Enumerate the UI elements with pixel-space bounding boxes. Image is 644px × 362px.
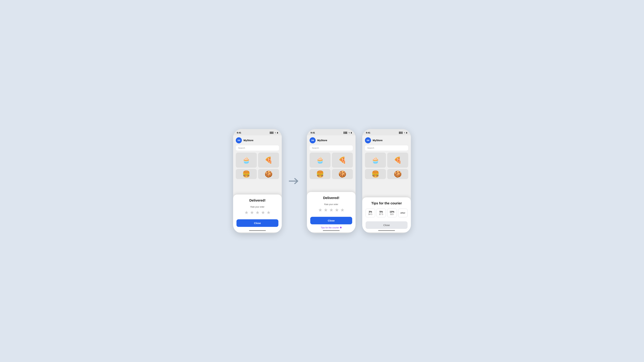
phone-3-notch: 9:41 ▌▌▌ ∿ ▮ bbox=[362, 129, 411, 135]
food-item-2: 🍕 bbox=[258, 152, 279, 168]
phone-3-sheet-title: Tips for the courier bbox=[366, 201, 408, 205]
food-item-2-1: 🧁 bbox=[310, 152, 330, 168]
phone-1-sheet: Delivered! Rate your order ★ ★ ★ ★ ★ Clo… bbox=[233, 194, 282, 232]
phone-2-tip-link[interactable]: Tips for the courier bbox=[310, 226, 352, 229]
phone-2-content: SM MyStore Search 🧁 🍕 🍔 🍪 Delivered! Rat… bbox=[307, 135, 356, 232]
food-item-4: 🍪 bbox=[258, 169, 279, 179]
phone-1-food-grid: 🧁 🍕 🍔 🍪 bbox=[233, 152, 282, 179]
phone-1-notch: 9:41 ▌▌▌ ∿ ▮ bbox=[233, 129, 282, 135]
phone-1: 9:41 ▌▌▌ ∿ ▮ SM MyStore Search 🧁 🍕 🍔 🍪 D… bbox=[233, 129, 282, 233]
phone-2-food-grid: 🧁 🍕 🍔 🍪 bbox=[307, 152, 356, 179]
star-1[interactable]: ★ bbox=[244, 210, 248, 215]
food-item-1: 🧁 bbox=[236, 152, 257, 168]
phone-2-home-indicator bbox=[323, 230, 340, 231]
phone-2-time: 9:41 bbox=[310, 132, 315, 134]
tip-5-amount: $7.5 bbox=[378, 213, 385, 216]
phone-3-logo: SM bbox=[365, 137, 371, 143]
star-5[interactable]: ★ bbox=[266, 210, 271, 215]
phone-1-header: SM MyStore bbox=[233, 135, 282, 145]
phone-2-logo: SM bbox=[310, 137, 316, 143]
phone-1-stars: ★ ★ ★ ★ ★ bbox=[236, 210, 278, 215]
phone-2-rate-label: Rate your order bbox=[310, 203, 352, 206]
phone-3-app-name: MyStore bbox=[373, 139, 382, 142]
food-item-3: 🍔 bbox=[236, 169, 257, 179]
phone-1-search[interactable]: Search bbox=[236, 145, 279, 150]
tip-other-label: other bbox=[400, 212, 405, 214]
food-item-2-3: 🍔 bbox=[310, 169, 330, 179]
phone-3-sheet: Tips for the courier 3% $4.5 5% $7.5 10%… bbox=[362, 197, 411, 232]
phone-1-rate-label: Rate your order bbox=[236, 206, 278, 208]
phone-1-sheet-title: Delivered! bbox=[236, 198, 278, 202]
signal-icon: ▌▌▌ bbox=[270, 132, 274, 134]
food-item-3-4: 🍪 bbox=[387, 169, 408, 179]
phone-1-close-btn[interactable]: Close bbox=[236, 219, 278, 227]
phone-3-home-indicator bbox=[378, 230, 395, 231]
scene: 9:41 ▌▌▌ ∿ ▮ SM MyStore Search 🧁 🍕 🍔 🍪 D… bbox=[233, 129, 411, 233]
star-2-5[interactable]: ★ bbox=[340, 207, 344, 213]
tips-grid: 3% $4.5 5% $7.5 10% $15 other bbox=[366, 208, 408, 217]
wifi-icon-2: ∿ bbox=[348, 132, 350, 134]
food-item-3-1: 🧁 bbox=[365, 152, 386, 168]
tip-option-10pct[interactable]: 10% $15 bbox=[387, 208, 397, 217]
phone-3-header: SM MyStore bbox=[362, 135, 411, 145]
phone-3-time: 9:41 bbox=[366, 132, 370, 134]
food-item-2-2: 🍕 bbox=[332, 152, 353, 168]
battery-icon-3: ▮ bbox=[406, 132, 407, 134]
star-3[interactable]: ★ bbox=[256, 210, 260, 215]
phone-2-sheet: Delivered! Rate your order ★ ★ ★ ★ ★ Clo… bbox=[307, 192, 356, 232]
battery-icon-2: ▮ bbox=[351, 132, 352, 134]
star-2-2[interactable]: ★ bbox=[324, 207, 328, 213]
food-item-2-4: 🍪 bbox=[332, 169, 353, 179]
phone-2-stars: ★ ★ ★ ★ ★ bbox=[310, 207, 352, 213]
phone-1-app-name: MyStore bbox=[244, 139, 254, 142]
star-2[interactable]: ★ bbox=[250, 210, 254, 215]
tip-3-percent: 3% bbox=[367, 210, 374, 213]
star-2-1[interactable]: ★ bbox=[318, 207, 322, 213]
phone-3: 9:41 ▌▌▌ ∿ ▮ SM MyStore Search 🧁 🍕 🍔 🍪 T… bbox=[362, 129, 411, 233]
battery-icon: ▮ bbox=[277, 132, 278, 134]
phone-2-search[interactable]: Search bbox=[310, 145, 353, 150]
phone-3-content: SM MyStore Search 🧁 🍕 🍔 🍪 Tips for the c… bbox=[362, 135, 411, 232]
tip-dot-icon bbox=[340, 227, 342, 228]
phone-1-status: ▌▌▌ ∿ ▮ bbox=[270, 132, 278, 134]
wifi-icon-3: ∿ bbox=[404, 132, 405, 134]
phone-2-sheet-title: Delivered! bbox=[310, 196, 352, 200]
phone-2: 9:41 ▌▌▌ ∿ ▮ SM MyStore Search 🧁 🍕 🍔 🍪 D… bbox=[307, 129, 356, 233]
phone-2-close-btn[interactable]: Close bbox=[310, 217, 352, 224]
phone-2-notch: 9:41 ▌▌▌ ∿ ▮ bbox=[307, 129, 356, 135]
tip-option-3pct[interactable]: 3% $4.5 bbox=[366, 208, 375, 217]
tip-3-amount: $4.5 bbox=[367, 213, 374, 216]
signal-icon-3: ▌▌▌ bbox=[399, 132, 403, 134]
phone-3-close-btn[interactable]: Close bbox=[366, 221, 408, 229]
tip-5-percent: 5% bbox=[378, 210, 385, 213]
phone-1-logo: SM bbox=[236, 137, 242, 143]
wifi-icon: ∿ bbox=[275, 132, 276, 134]
tip-link-text: Tips for the courier bbox=[321, 226, 339, 229]
phone-2-status: ▌▌▌ ∿ ▮ bbox=[344, 132, 352, 134]
signal-icon-2: ▌▌▌ bbox=[344, 132, 348, 134]
food-item-3-3: 🍔 bbox=[365, 169, 386, 179]
tip-option-5pct[interactable]: 5% $7.5 bbox=[376, 208, 386, 217]
phone-2-app-name: MyStore bbox=[317, 139, 327, 142]
phone-2-header: SM MyStore bbox=[307, 135, 356, 145]
arrow-container bbox=[288, 177, 300, 185]
phone-1-content: SM MyStore Search 🧁 🍕 🍔 🍪 Delivered! Rat… bbox=[233, 135, 282, 232]
star-2-3[interactable]: ★ bbox=[329, 207, 334, 213]
phone-3-status: ▌▌▌ ∿ ▮ bbox=[399, 132, 407, 134]
tip-10-percent: 10% bbox=[388, 210, 396, 213]
phone-1-time: 9:41 bbox=[237, 132, 241, 134]
food-item-3-2: 🍕 bbox=[387, 152, 408, 168]
star-4[interactable]: ★ bbox=[261, 210, 265, 215]
star-2-4[interactable]: ★ bbox=[335, 207, 339, 213]
tip-10-amount: $15 bbox=[388, 213, 396, 216]
phone-3-food-grid: 🧁 🍕 🍔 🍪 bbox=[362, 152, 411, 179]
phone-1-home-indicator bbox=[249, 230, 266, 231]
phone-3-search[interactable]: Search bbox=[365, 145, 408, 150]
forward-arrow-icon bbox=[288, 177, 300, 185]
tip-option-other[interactable]: other bbox=[398, 208, 408, 217]
